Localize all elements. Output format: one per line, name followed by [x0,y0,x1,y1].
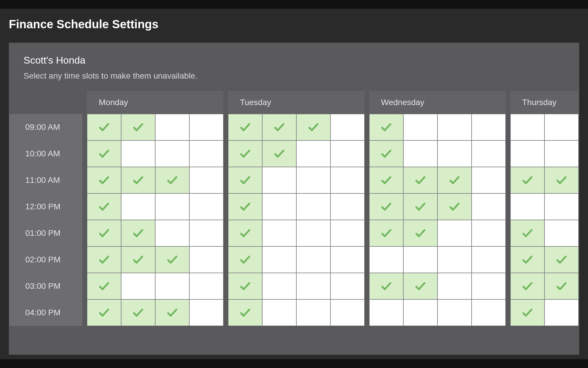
slot-cell[interactable] [296,167,330,193]
slot-cell[interactable] [296,140,330,167]
slot-cell[interactable] [189,114,223,140]
slot-cell[interactable] [121,299,155,326]
slot-cell[interactable] [403,246,437,273]
slot-cell[interactable] [437,114,472,140]
slot-cell[interactable] [262,167,296,193]
slot-cell[interactable] [121,246,155,273]
slot-cell[interactable] [330,193,365,220]
slot-cell[interactable] [189,140,223,167]
slot-cell[interactable] [262,246,296,273]
slot-cell[interactable] [296,246,330,273]
slot-cell[interactable] [403,220,437,246]
slot-cell[interactable] [228,246,262,273]
slot-cell[interactable] [437,299,472,326]
slot-cell[interactable] [437,167,472,193]
slot-cell[interactable] [330,220,365,246]
slot-cell[interactable] [510,220,544,246]
slot-cell[interactable] [228,193,262,220]
slot-cell[interactable] [472,140,506,167]
slot-cell[interactable] [296,114,330,140]
slot-cell[interactable] [510,114,544,140]
slot-cell[interactable] [262,220,296,246]
slot-cell[interactable] [296,299,330,326]
slot-cell[interactable] [437,220,472,246]
slot-cell[interactable] [87,114,121,140]
slot-cell[interactable] [121,273,155,299]
slot-cell[interactable] [189,167,223,193]
slot-cell[interactable] [510,299,544,326]
slot-cell[interactable] [296,273,330,299]
slot-cell[interactable] [189,299,223,326]
slot-cell[interactable] [544,167,579,193]
slot-cell[interactable] [437,140,472,167]
slot-cell[interactable] [262,140,296,167]
slot-cell[interactable] [510,167,544,193]
slot-cell[interactable] [121,220,155,246]
slot-cell[interactable] [228,220,262,246]
slot-cell[interactable] [510,246,544,273]
slot-cell[interactable] [472,299,506,326]
slot-cell[interactable] [544,273,579,299]
slot-cell[interactable] [87,299,121,326]
slot-cell[interactable] [155,193,189,220]
slot-cell[interactable] [330,140,365,167]
slot-cell[interactable] [437,246,472,273]
slot-cell[interactable] [544,246,579,273]
slot-cell[interactable] [189,220,223,246]
slot-cell[interactable] [472,220,506,246]
slot-cell[interactable] [369,140,403,167]
slot-cell[interactable] [228,167,262,193]
slot-cell[interactable] [330,299,365,326]
slot-cell[interactable] [262,273,296,299]
slot-cell[interactable] [330,167,365,193]
slot-cell[interactable] [155,140,189,167]
slot-cell[interactable] [155,114,189,140]
slot-cell[interactable] [330,114,365,140]
slot-cell[interactable] [87,220,121,246]
slot-cell[interactable] [330,246,365,273]
slot-cell[interactable] [369,193,403,220]
slot-cell[interactable] [369,220,403,246]
slot-cell[interactable] [228,299,262,326]
slot-cell[interactable] [87,167,121,193]
slot-cell[interactable] [87,140,121,167]
slot-cell[interactable] [155,167,189,193]
slot-cell[interactable] [121,114,155,140]
slot-cell[interactable] [403,140,437,167]
slot-cell[interactable] [544,114,579,140]
slot-cell[interactable] [510,140,544,167]
slot-cell[interactable] [369,273,403,299]
slot-cell[interactable] [544,220,579,246]
slot-cell[interactable] [155,220,189,246]
slot-cell[interactable] [544,140,579,167]
slot-cell[interactable] [510,193,544,220]
slot-cell[interactable] [369,114,403,140]
slot-cell[interactable] [296,220,330,246]
slot-cell[interactable] [472,114,506,140]
slot-cell[interactable] [121,167,155,193]
slot-cell[interactable] [87,193,121,220]
slot-cell[interactable] [228,140,262,167]
slot-cell[interactable] [228,114,262,140]
slot-cell[interactable] [155,299,189,326]
slot-cell[interactable] [121,193,155,220]
slot-cell[interactable] [437,193,472,220]
slot-cell[interactable] [403,114,437,140]
slot-cell[interactable] [228,273,262,299]
slot-cell[interactable] [437,273,472,299]
slot-cell[interactable] [189,193,223,220]
slot-cell[interactable] [121,140,155,167]
slot-cell[interactable] [189,246,223,273]
slot-cell[interactable] [472,246,506,273]
slot-cell[interactable] [403,273,437,299]
slot-cell[interactable] [403,299,437,326]
slot-cell[interactable] [369,246,403,273]
slot-cell[interactable] [369,299,403,326]
slot-cell[interactable] [403,193,437,220]
slot-cell[interactable] [189,273,223,299]
slot-cell[interactable] [510,273,544,299]
slot-cell[interactable] [369,167,403,193]
slot-cell[interactable] [472,273,506,299]
slot-cell[interactable] [155,246,189,273]
slot-cell[interactable] [262,193,296,220]
